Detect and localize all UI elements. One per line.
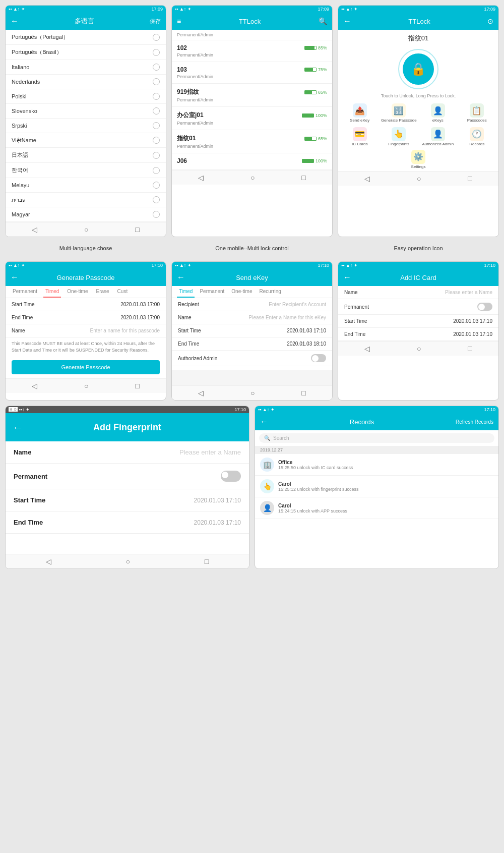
list-item[interactable]: 办公室j01 100% Permanent/Admin	[172, 107, 332, 130]
recent-nav-icon[interactable]: □	[468, 345, 472, 353]
settings-button[interactable]: ⚙️ Settings	[411, 150, 426, 169]
record-item-carol-fp[interactable]: 👆 Carol 15:25:12 unlock with fingerprint…	[255, 476, 498, 497]
settings-icon[interactable]: ⊙	[487, 17, 493, 25]
ic-cards-button[interactable]: 💳 IC Cards	[341, 127, 379, 147]
list-item[interactable]: Srpski	[6, 119, 166, 133]
fp-permanent-toggle[interactable]	[221, 471, 241, 482]
recent-nav-icon[interactable]: □	[301, 389, 305, 397]
back-icon[interactable]: ←	[343, 17, 351, 26]
radio-button[interactable]	[153, 152, 160, 159]
radio-button[interactable]	[153, 196, 160, 203]
back-icon[interactable]: ←	[260, 417, 268, 426]
back-icon[interactable]: ←	[13, 422, 23, 433]
radio-button[interactable]	[153, 122, 160, 129]
home-nav-icon[interactable]: ○	[417, 345, 421, 353]
authorized-admin-toggle[interactable]	[311, 354, 326, 362]
radio-button[interactable]	[153, 167, 160, 174]
home-nav-icon[interactable]: ○	[126, 557, 130, 565]
list-item[interactable]: Magyar	[6, 207, 166, 222]
ic-permanent-toggle[interactable]	[477, 303, 492, 311]
record-item-carol-app[interactable]: 👤 Carol 15:24:15 unlock with APP success	[255, 497, 498, 519]
list-item[interactable]: ViệtName	[6, 133, 166, 148]
menu-icon[interactable]: ≡	[177, 17, 181, 25]
recent-nav-icon[interactable]: □	[468, 175, 472, 183]
generate-passcode-button[interactable]: 🔢 Generate Passcode	[381, 103, 418, 123]
list-item[interactable]: 日本語	[6, 148, 166, 163]
refresh-records-button[interactable]: Refresh Records	[456, 419, 493, 425]
back-nav-icon[interactable]: ◁	[32, 225, 37, 234]
radio-button[interactable]	[153, 34, 160, 41]
nav-bar-5: ◁ ○ □	[172, 385, 332, 400]
back-nav-icon[interactable]: ◁	[46, 557, 51, 565]
fingerprints-button[interactable]: 👆 Fingerprints	[381, 127, 418, 147]
list-item[interactable]: Nederlands	[6, 75, 166, 89]
list-item[interactable]: Português（Portugal）	[6, 30, 166, 45]
generate-passcode-button[interactable]: Generate Passcode	[12, 360, 160, 374]
radio-button[interactable]	[153, 64, 160, 71]
add-fingerprint-screen: 🅷🅳 ▪▪↑ ✦ 17:10 ← Add Fingerprint Name Pl…	[5, 406, 249, 569]
list-item[interactable]: Polski	[6, 89, 166, 104]
back-nav-icon[interactable]: ◁	[198, 389, 204, 397]
tab-cust[interactable]: Cust	[115, 286, 130, 298]
recent-nav-icon[interactable]: □	[135, 382, 139, 390]
list-item[interactable]: 103 75% Permanent/Admin	[172, 62, 332, 84]
authorized-admin-button[interactable]: 👤 Authorized Admin	[419, 127, 457, 147]
home-nav-icon[interactable]: ○	[84, 225, 88, 234]
list-item[interactable]: Italiano	[6, 60, 166, 75]
back-nav-icon[interactable]: ◁	[364, 345, 370, 353]
ekeys-button[interactable]: 👤 eKeys	[419, 103, 457, 123]
home-nav-icon[interactable]: ○	[84, 382, 88, 390]
tab-recurring[interactable]: Recurring	[257, 286, 283, 298]
radio-button[interactable]	[153, 93, 160, 100]
tab-onetime[interactable]: One-time	[65, 286, 90, 298]
back-icon[interactable]: ←	[11, 273, 19, 282]
home-nav-icon[interactable]: ○	[417, 175, 421, 183]
passcodes-button[interactable]: 📋 Passcodes	[459, 103, 496, 123]
list-item[interactable]: 한국어	[6, 163, 166, 178]
back-nav-icon[interactable]: ◁	[198, 174, 204, 182]
tab-permanent[interactable]: Permanent	[11, 286, 39, 298]
lock-main-screen: ▪▪ ▲↑ ✦ 17:09 ← TTLock ⊙ 指纹01 🔒 Touch to…	[338, 5, 499, 237]
lock-icon[interactable]: 🔒	[403, 53, 434, 85]
home-nav-icon[interactable]: ○	[250, 174, 255, 182]
list-item[interactable]: Melayu	[6, 178, 166, 193]
list-item[interactable]: Slovensko	[6, 104, 166, 119]
radio-button[interactable]	[153, 137, 160, 144]
list-item[interactable]: J06 100%	[172, 153, 332, 170]
back-icon[interactable]: ←	[343, 273, 351, 282]
radio-button[interactable]	[153, 78, 160, 85]
name-row: Name Please Enter a Name for this eKey	[172, 311, 332, 324]
tab-onetime[interactable]: One-time	[229, 286, 254, 298]
list-item[interactable]: 919指纹 65% Permanent/Admin	[172, 84, 332, 107]
home-nav-icon[interactable]: ○	[250, 389, 255, 397]
recent-nav-icon[interactable]: □	[301, 174, 305, 182]
tab-timed[interactable]: Timed	[43, 286, 61, 298]
radio-button[interactable]	[153, 107, 160, 115]
back-icon[interactable]: ←	[177, 273, 185, 282]
back-nav-icon[interactable]: ◁	[364, 175, 370, 183]
send-ekey-title: Send eKey	[185, 274, 319, 281]
recent-nav-icon[interactable]: □	[135, 225, 139, 234]
tab-erase[interactable]: Erase	[94, 286, 111, 298]
back-nav-icon[interactable]: ◁	[32, 382, 37, 390]
record-item-office[interactable]: 🏢 Office 15:25:50 unlock with IC card su…	[255, 454, 498, 476]
list-item[interactable]: 指纹01 65% Permanent/Admin	[172, 130, 332, 153]
save-button[interactable]: 保存	[150, 18, 161, 25]
lock-circle-container[interactable]: 🔒	[338, 45, 498, 93]
tab-permanent[interactable]: Permanent	[198, 286, 226, 298]
list-item[interactable]: עברית	[6, 193, 166, 207]
back-icon[interactable]: ←	[11, 17, 19, 26]
records-button[interactable]: 🕐 Records	[459, 127, 496, 147]
list-item[interactable]: Português（Brasil）	[6, 45, 166, 60]
records-title: Records	[268, 418, 456, 426]
send-ekey-button[interactable]: 📤 Send eKey	[341, 103, 379, 123]
tab-timed[interactable]: Timed	[177, 286, 195, 298]
radio-button[interactable]	[153, 182, 160, 189]
search-icon[interactable]: 🔍	[319, 17, 327, 25]
list-item[interactable]: 102 85% Permanent/Admin	[172, 40, 332, 62]
search-bar[interactable]: 🔍 Search	[259, 433, 494, 443]
records-screen: ▪▪ ▲↑ ✦ 17:10 ← Records Refresh Records …	[255, 406, 499, 569]
radio-button[interactable]	[153, 211, 160, 218]
radio-button[interactable]	[153, 49, 160, 56]
recent-nav-icon[interactable]: □	[205, 557, 209, 565]
